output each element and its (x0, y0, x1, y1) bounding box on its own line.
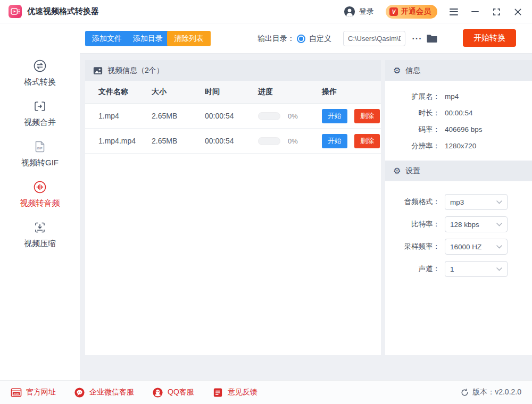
video-merge-icon (32, 99, 47, 114)
info-field: 码率： 406696 bps (385, 121, 532, 138)
qq-support-link[interactable]: QQ客服 (152, 387, 194, 398)
bitrate-select[interactable]: 128 kbps (445, 216, 508, 232)
video-to-audio-icon (32, 180, 47, 195)
cell-time: 00:00:54 (205, 112, 258, 120)
video-panel-title: 视频信息（2个） (107, 66, 164, 75)
progress-percent: 0% (288, 137, 298, 145)
table-column-headers: 文件名称 大小 时间 进度 操作 (85, 81, 381, 104)
row-delete-button[interactable]: 删除 (354, 109, 380, 123)
website-icon: .com (11, 387, 22, 398)
minimize-button[interactable] (470, 7, 480, 16)
sidebar-item-label: 格式转换 (24, 77, 56, 87)
cell-time: 00:00:54 (205, 137, 258, 145)
info-label: 码率： (385, 125, 440, 134)
table-row: 1.mp4 2.65MB 00:00:54 0% 开始 删除 (85, 104, 381, 129)
settings-panel-body: 音频格式： mp3 比特率： 128 kbps 采样频率： 16000 HZ 声… (385, 181, 532, 280)
chevron-down-icon (496, 223, 502, 226)
channels-select[interactable]: 1 (445, 261, 508, 277)
svg-text:.com: .com (13, 392, 19, 395)
custom-output-radio[interactable]: 自定义 (297, 23, 331, 54)
row-delete-button[interactable]: 删除 (354, 134, 380, 148)
add-file-button[interactable]: 添加文件 (85, 31, 129, 46)
settings-panel-header: ⚙ 设置 (385, 161, 532, 181)
setting-field: 音频格式： mp3 (385, 191, 532, 213)
menu-button[interactable] (449, 7, 459, 16)
video-to-gif-icon: GIF (32, 139, 47, 154)
sidebar-item-video-compress[interactable]: 视频压缩 (0, 220, 80, 249)
start-convert-button[interactable]: 开始转换 (463, 29, 516, 47)
open-vip-button[interactable]: V 开通会员 (386, 5, 437, 19)
login-label: 登录 (359, 7, 374, 16)
sample-rate-select[interactable]: 16000 HZ (445, 239, 508, 255)
setting-label: 音频格式： (385, 197, 440, 207)
user-icon (344, 6, 355, 18)
version-text: 版本：v2.0.2.0 (472, 388, 521, 397)
info-panel-header: ⚙ 信息 (385, 60, 532, 81)
info-value: 406696 bps (445, 125, 483, 133)
vip-label: 开通会员 (401, 7, 431, 16)
minimize-icon (471, 11, 479, 12)
wechat-support-link[interactable]: 企业微信客服 (74, 387, 134, 398)
login-button[interactable]: 登录 (344, 6, 374, 18)
clear-list-button[interactable]: 清除列表 (167, 31, 211, 46)
format-convert-icon (32, 58, 47, 73)
audio-format-select[interactable]: mp3 (445, 194, 508, 210)
chevron-down-icon (496, 267, 502, 271)
output-path-input[interactable] (343, 31, 405, 46)
info-label: 分辨率： (385, 141, 440, 151)
select-value: 1 (450, 265, 454, 273)
browse-more-button[interactable]: ··· (410, 31, 425, 46)
progress-percent: 0% (288, 112, 298, 120)
info-field: 分辨率： 1280x720 (385, 138, 532, 154)
col-filename: 文件名称 (98, 87, 152, 97)
table-row: 1.mp4.mp4 2.65MB 00:00:54 0% 开始 删除 (85, 129, 381, 154)
select-value: 16000 HZ (450, 243, 481, 251)
footer-link-label: 官方网址 (26, 388, 56, 397)
video-list-panel: 视频信息（2个） 文件名称 大小 时间 进度 操作 1.mp4 2.65MB 0… (85, 60, 381, 355)
add-directory-button[interactable]: 添加目录 (126, 31, 170, 46)
wechat-icon (74, 387, 85, 398)
toolbar: 添加文件 添加目录 清除列表 输出目录： 自定义 ··· 开始转换 (80, 23, 532, 54)
sidebar: 格式转换 视频合并 GIF 视频转GIF 视频转音频 视频压缩 (0, 23, 80, 380)
version-info: 版本：v2.0.2.0 (461, 388, 521, 397)
sidebar-item-label: 视频转音频 (20, 198, 60, 208)
sidebar-item-label: 视频转GIF (21, 158, 59, 168)
col-size: 大小 (152, 87, 205, 97)
maximize-button[interactable] (492, 7, 501, 16)
gear-icon: ⚙ (393, 167, 401, 175)
cell-size: 2.65MB (152, 137, 205, 145)
cell-actions: 开始 删除 (322, 109, 381, 123)
official-website-link[interactable]: .com 官方网址 (11, 387, 56, 398)
col-time: 时间 (205, 87, 258, 97)
setting-field: 声道： 1 (385, 258, 532, 280)
row-start-button[interactable]: 开始 (322, 109, 347, 123)
close-button[interactable] (513, 7, 522, 16)
setting-label: 比特率： (385, 220, 440, 229)
info-panel-body: 扩展名： mp4 时长： 00:00:54 码率： 406696 bps 分辨率… (385, 81, 532, 161)
sidebar-item-format-convert[interactable]: 格式转换 (0, 58, 80, 87)
feedback-link[interactable]: 意见反馈 (212, 387, 257, 398)
custom-radio-label: 自定义 (309, 34, 331, 44)
maximize-icon (493, 8, 501, 16)
info-field: 时长： 00:00:54 (385, 105, 532, 121)
output-dir-label: 输出目录： (257, 23, 295, 54)
chevron-down-icon (496, 245, 502, 249)
setting-label: 声道： (385, 264, 440, 274)
row-start-button[interactable]: 开始 (322, 134, 347, 148)
video-panel-header: 视频信息（2个） (85, 60, 381, 81)
cell-size: 2.65MB (152, 112, 205, 120)
sidebar-item-video-merge[interactable]: 视频合并 (0, 99, 80, 128)
select-value: 128 kbps (450, 221, 479, 229)
image-icon (93, 66, 103, 75)
info-value: 00:00:54 (445, 109, 473, 117)
info-label: 扩展名： (385, 92, 440, 102)
footer-link-label: QQ客服 (168, 388, 194, 397)
sidebar-item-video-to-gif[interactable]: GIF 视频转GIF (0, 139, 80, 168)
hamburger-icon (450, 9, 458, 15)
chevron-down-icon (496, 200, 502, 204)
footer-link-label: 意见反馈 (228, 388, 257, 397)
open-folder-button[interactable] (426, 32, 438, 45)
sidebar-item-video-to-audio[interactable]: 视频转音频 (0, 180, 80, 208)
radio-selected-icon (297, 35, 305, 43)
gear-icon: ⚙ (393, 66, 401, 75)
